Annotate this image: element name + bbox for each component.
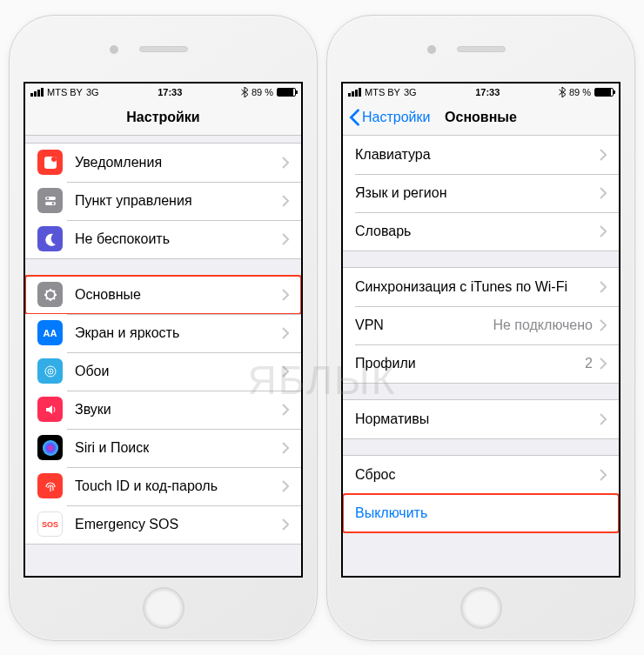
svg-point-5 xyxy=(51,202,54,204)
row-label: Touch ID и код-пароль xyxy=(75,478,282,494)
row-label: Не беспокоить xyxy=(75,231,282,247)
row-label: VPN xyxy=(355,317,493,333)
network-label: 3G xyxy=(86,87,99,97)
chevron-left-icon xyxy=(348,109,360,126)
svg-point-6 xyxy=(46,291,55,299)
chevron-right-icon xyxy=(600,149,607,161)
svg-point-4 xyxy=(46,197,49,199)
row-vpn[interactable]: VPN Не подключено xyxy=(343,306,619,344)
chevron-right-icon xyxy=(282,404,289,416)
row-keyboard[interactable]: Клавиатура xyxy=(343,136,619,174)
siri-icon xyxy=(37,435,63,460)
row-label: Основные xyxy=(75,287,282,303)
page-title: Основные xyxy=(445,110,517,125)
row-control-center[interactable]: Пункт управления xyxy=(25,182,301,220)
page-title: Настройки xyxy=(126,110,199,125)
battery-icon xyxy=(594,88,614,97)
nav-bar: Настройки xyxy=(25,101,301,136)
settings-group-notifications: Уведомления Пункт управления Не беспокои… xyxy=(25,143,301,259)
battery-pct: 89 % xyxy=(569,87,591,97)
phone-speaker xyxy=(139,46,188,52)
phone-speaker xyxy=(457,46,506,52)
row-general[interactable]: Основные xyxy=(25,276,301,314)
chevron-right-icon xyxy=(600,281,607,293)
row-dictionary[interactable]: Словарь xyxy=(343,212,619,251)
row-regulatory[interactable]: Нормативы xyxy=(343,400,619,438)
row-label: Сброс xyxy=(355,467,600,483)
signal-icon xyxy=(30,88,44,97)
row-notifications[interactable]: Уведомления xyxy=(25,144,301,182)
chevron-right-icon xyxy=(282,480,289,492)
general-icon xyxy=(37,282,63,307)
svg-point-9 xyxy=(50,371,51,372)
clock: 17:33 xyxy=(475,87,500,97)
battery-icon xyxy=(277,88,296,97)
notifications-icon xyxy=(37,150,63,175)
screen-general: MTS BY 3G 17:33 89 % Настройки Основные … xyxy=(341,82,621,578)
row-value: 2 xyxy=(585,356,593,371)
row-touchid[interactable]: Touch ID и код-пароль xyxy=(25,467,301,505)
row-do-not-disturb[interactable]: Не беспокоить xyxy=(25,220,301,258)
row-display[interactable]: AA Экран и яркость xyxy=(25,314,301,352)
row-wallpaper[interactable]: Обои xyxy=(25,352,301,391)
row-reset[interactable]: Сброс xyxy=(343,456,619,494)
group-reset: Сброс Выключить xyxy=(343,455,619,533)
row-emergency-sos[interactable]: SOS Emergency SOS xyxy=(25,505,301,544)
carrier-label: MTS BY xyxy=(47,87,83,97)
emergency-sos-icon: SOS xyxy=(37,511,63,537)
chevron-right-icon xyxy=(282,442,289,454)
row-label: Siri и Поиск xyxy=(75,440,282,456)
chevron-right-icon xyxy=(282,327,289,339)
row-label: Выключить xyxy=(355,505,607,521)
row-label: Emergency SOS xyxy=(75,517,282,532)
back-button[interactable]: Настройки xyxy=(348,109,430,126)
chevron-right-icon xyxy=(600,469,607,481)
row-label: Уведомления xyxy=(75,155,282,170)
row-label: Синхронизация с iTunes по Wi-Fi xyxy=(355,279,600,295)
display-brightness-icon: AA xyxy=(37,320,63,345)
do-not-disturb-icon xyxy=(37,226,63,251)
group-regulatory: Нормативы xyxy=(343,399,619,439)
signal-icon xyxy=(348,88,361,97)
group-keyboard: Клавиатура Язык и регион Словарь xyxy=(343,136,619,251)
row-language-region[interactable]: Язык и регион xyxy=(343,174,619,212)
row-shutdown[interactable]: Выключить xyxy=(343,494,619,532)
phone-left: MTS BY 3G 17:33 89 % Настройки Уведомл xyxy=(9,15,318,641)
bluetooth-icon xyxy=(241,87,248,97)
row-label: Язык и регион xyxy=(355,185,600,201)
chevron-right-icon xyxy=(282,157,289,169)
chevron-right-icon xyxy=(282,518,289,531)
row-label: Профили xyxy=(355,356,585,371)
row-itunes-wifi-sync[interactable]: Синхронизация с iTunes по Wi-Fi xyxy=(343,268,619,306)
front-camera xyxy=(110,45,118,54)
row-label: Нормативы xyxy=(355,411,600,427)
row-value: Не подключено xyxy=(493,317,593,333)
chevron-right-icon xyxy=(282,195,289,207)
back-label: Настройки xyxy=(362,110,430,125)
row-label: Словарь xyxy=(355,224,600,239)
chevron-right-icon xyxy=(600,413,607,425)
home-button[interactable] xyxy=(143,587,184,629)
home-button[interactable] xyxy=(460,587,502,629)
status-bar: MTS BY 3G 17:33 89 % xyxy=(25,84,301,101)
chevron-right-icon xyxy=(282,289,289,301)
chevron-right-icon xyxy=(600,319,607,331)
row-label: Обои xyxy=(75,364,282,379)
screen-settings: MTS BY 3G 17:33 89 % Настройки Уведомл xyxy=(23,82,303,578)
group-sync: Синхронизация с iTunes по Wi-Fi VPN Не п… xyxy=(343,267,619,384)
row-profiles[interactable]: Профили 2 xyxy=(343,344,619,383)
touchid-icon xyxy=(37,473,63,498)
control-center-icon xyxy=(37,188,63,213)
row-siri[interactable]: Siri и Поиск xyxy=(25,429,301,467)
battery-pct: 89 % xyxy=(252,87,273,97)
nav-bar: Настройки Основные xyxy=(343,101,619,136)
chevron-right-icon xyxy=(600,187,607,199)
general-list[interactable]: Клавиатура Язык и регион Словарь Синхрон… xyxy=(343,136,619,576)
row-label: Звуки xyxy=(75,402,282,418)
carrier-label: MTS BY xyxy=(365,87,400,97)
settings-group-general: Основные AA Экран и яркость Обои xyxy=(25,275,301,545)
row-label: Пункт управления xyxy=(75,193,282,209)
row-sounds[interactable]: Звуки xyxy=(25,391,301,429)
settings-list[interactable]: Уведомления Пункт управления Не беспокои… xyxy=(25,136,301,576)
svg-point-1 xyxy=(51,157,57,162)
